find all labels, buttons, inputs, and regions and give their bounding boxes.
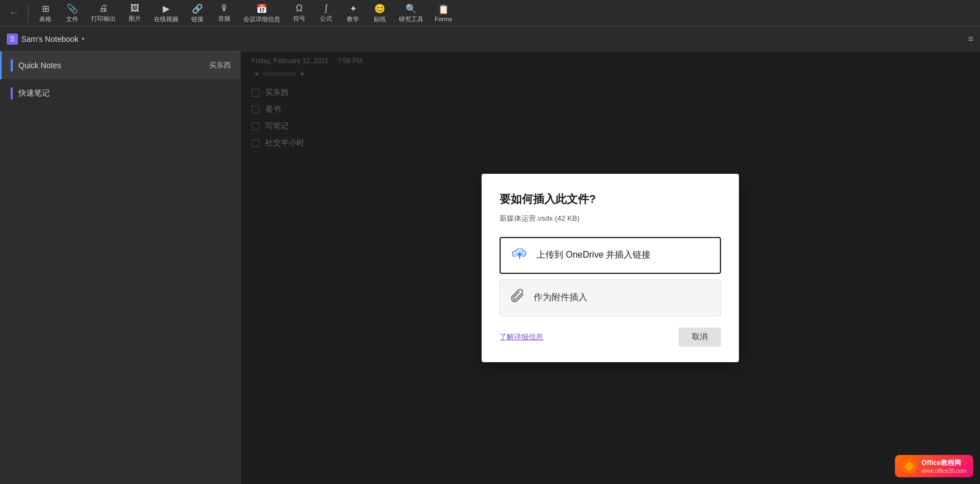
toolbar-audio-label: 音频	[218, 15, 230, 23]
notebook-header: S Sam's Notebook ▾ ≡	[0, 27, 980, 51]
toolbar-print-label: 打印输出	[91, 15, 116, 23]
link-icon: 🔗	[192, 3, 203, 14]
toolbar-symbol-label: 符号	[293, 15, 305, 23]
sidebar-fastnotes-label: 快速笔记	[18, 88, 231, 98]
notebook-name: Sam's Notebook	[21, 35, 78, 44]
toolbar-print[interactable]: 🖨 打印输出	[87, 1, 120, 25]
toolbar-table[interactable]: ⊞ 表格	[33, 1, 58, 26]
dialog-option-onedrive[interactable]: 上传到 OneDrive 并插入链接	[500, 237, 721, 274]
attachment-icon	[511, 289, 525, 307]
notebook-title-button[interactable]: S Sam's Notebook ▾	[7, 34, 84, 45]
toolbar-formula[interactable]: ∫ 公式	[314, 1, 338, 25]
section-bar-blue	[11, 59, 13, 72]
toolbar-forms[interactable]: 📋 Forms	[430, 2, 456, 25]
notebook-dropdown-icon: ▾	[82, 36, 84, 42]
sidebar: Quick Notes 买东西 快速笔记	[0, 51, 241, 484]
dialog-footer: 了解详细信息 取消	[500, 328, 721, 347]
insert-file-dialog: 要如何插入此文件? 新媒体运营.vsdx (42 KB) 上传到 OneDriv…	[482, 174, 739, 362]
modal-overlay: 要如何插入此文件? 新媒体运营.vsdx (42 KB) 上传到 OneDriv…	[241, 51, 980, 484]
research-icon: 🔍	[406, 3, 417, 14]
toolbar-meeting[interactable]: 📅 会议详细信息	[239, 1, 285, 26]
toolbar-video[interactable]: ▶ 在线视频	[149, 1, 183, 26]
toolbar-forms-label: Forms	[435, 16, 452, 22]
dialog-option1-label: 上传到 OneDrive 并插入链接	[536, 249, 651, 261]
sidebar-quicknotes-label: Quick Notes	[18, 61, 204, 70]
toolbar-file[interactable]: 📎 文件	[60, 1, 84, 26]
toolbar-link[interactable]: 🔗 链接	[185, 1, 210, 26]
toolbar-research[interactable]: 🔍 研究工具	[394, 1, 428, 26]
symbol-icon: Ω	[296, 3, 303, 13]
print-icon: 🖨	[99, 3, 108, 13]
watermark-line2: www.office26.com	[922, 468, 967, 474]
dialog-option2-label: 作为附件插入	[534, 292, 587, 303]
toolbar-symbol[interactable]: Ω 符号	[287, 1, 312, 25]
sidebar-item-quicknotes[interactable]: Quick Notes 买东西	[0, 51, 240, 79]
toolbar-image[interactable]: 🖼 图片	[123, 1, 147, 25]
dialog-learn-more-link[interactable]: 了解详细信息	[500, 332, 543, 342]
sidebar-item-fastnotes[interactable]: 快速笔记	[0, 79, 240, 107]
watermark-line1: Office教程网	[922, 458, 967, 468]
notebook-sort-button[interactable]: ≡	[968, 34, 973, 44]
toolbar-audio[interactable]: 🎙 音频	[212, 1, 237, 25]
main-layout: Quick Notes 买东西 快速笔记 Friday, February 12…	[0, 51, 980, 484]
toolbar-link-label: 链接	[191, 15, 204, 23]
table-icon: ⊞	[42, 3, 49, 14]
back-button[interactable]: ←	[4, 5, 23, 21]
toolbar-file-label: 文件	[66, 15, 78, 23]
dialog-option-attachment[interactable]: 作为附件插入	[500, 279, 721, 316]
toolbar-video-label: 在线视频	[154, 15, 178, 23]
toolbar-meeting-label: 会议详细信息	[243, 15, 280, 23]
dialog-filename: 新媒体运营.vsdx (42 KB)	[500, 213, 721, 224]
image-icon: 🖼	[130, 3, 139, 13]
dialog-title: 要如何插入此文件?	[500, 192, 721, 207]
toolbar-teaching-label: 教学	[347, 15, 359, 23]
toolbar-sticker[interactable]: 😊 贴纸	[368, 1, 392, 26]
forms-icon: 📋	[438, 4, 449, 15]
watermark-icon: 🔶	[902, 458, 917, 474]
video-icon: ▶	[163, 3, 169, 14]
notebook-icon: S	[7, 34, 18, 45]
toolbar-table-label: 表格	[39, 15, 51, 23]
watermark: 🔶 Office教程网 www.office26.com	[895, 455, 973, 477]
watermark-text: Office教程网 www.office26.com	[922, 458, 967, 474]
meeting-icon: 📅	[256, 3, 267, 14]
toolbar-separator	[28, 4, 29, 22]
section-bar-purple	[11, 87, 13, 99]
formula-icon: ∫	[325, 3, 327, 13]
content-area: Friday, February 12, 2021 7:59 PM ◀ ▶ 买东…	[241, 51, 980, 484]
toolbar-formula-label: 公式	[320, 15, 332, 23]
toolbar-teaching[interactable]: ✦ 教学	[341, 1, 365, 26]
toolbar-research-label: 研究工具	[399, 15, 423, 23]
file-icon: 📎	[67, 3, 78, 14]
toolbar: ← ⊞ 表格 📎 文件 🖨 打印输出 🖼 图片 ▶ 在线视频 🔗 链接 🎙 音频…	[0, 0, 980, 27]
sidebar-quicknotes-page: 买东西	[209, 60, 231, 70]
dialog-cancel-button[interactable]: 取消	[679, 328, 721, 347]
audio-icon: 🎙	[220, 3, 229, 13]
teaching-icon: ✦	[350, 3, 357, 14]
toolbar-sticker-label: 贴纸	[374, 15, 386, 23]
toolbar-image-label: 图片	[129, 15, 141, 23]
sticker-icon: 😊	[374, 3, 385, 14]
cloud-upload-icon	[512, 247, 527, 264]
